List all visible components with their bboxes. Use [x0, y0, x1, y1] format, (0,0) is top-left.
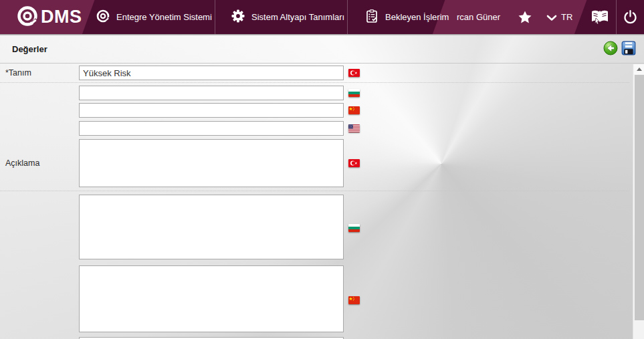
row-separator [0, 191, 629, 191]
aciklama-textarea-turkish[interactable] [79, 139, 344, 187]
bulgaria-flag-icon [348, 89, 360, 97]
save-button[interactable] [621, 41, 636, 58]
menu-item-bekleyen-islerim[interactable]: Bekleyen İşlerim [364, 0, 449, 34]
qdms-logo[interactable]: DMS [16, 0, 82, 34]
page-title: Değerler [12, 44, 47, 54]
bulgaria-flag-icon [348, 224, 360, 232]
user-name[interactable]: rcan Güner [457, 0, 500, 34]
qdms-logo-text: DMS [41, 7, 82, 27]
vertical-scrollbar[interactable] [633, 64, 644, 339]
china-flag-icon [348, 296, 360, 304]
aciklama-textarea-bulgarian[interactable] [79, 195, 344, 259]
open-book-icon[interactable] [590, 8, 610, 26]
scrollbar-thumb[interactable] [635, 75, 644, 320]
qdms-app: DMS Entegre Yönetim Sistemi [0, 0, 644, 339]
qdms-logo-icon [16, 5, 39, 30]
gear-icon [231, 9, 245, 25]
menu-item-label: Bekleyen İşlerim [385, 12, 449, 22]
language-selector[interactable]: TR [561, 0, 572, 34]
pending-tasks-icon [364, 9, 379, 25]
qdms-ring-icon [96, 9, 110, 25]
power-icon[interactable] [623, 9, 638, 25]
menu-divider [215, 0, 215, 34]
main-area: Değerler [0, 35, 644, 339]
star-icon[interactable] [518, 11, 532, 23]
usa-flag-icon [348, 124, 360, 132]
menu-item-label: Sistem Altyapı Tanımları [251, 12, 344, 22]
topbar-divider [616, 0, 617, 34]
topbar: DMS Entegre Yönetim Sistemi [0, 0, 644, 34]
tanim-input-turkish[interactable] [79, 66, 344, 80]
menu-item-sistem-altyapi-tanimlari[interactable]: Sistem Altyapı Tanımları [231, 0, 344, 34]
menu-item-label: Entegre Yönetim Sistemi [116, 12, 212, 22]
page-header: Değerler [0, 35, 644, 64]
menu-item-entegre-yonetim-sistemi[interactable]: Entegre Yönetim Sistemi [96, 0, 212, 34]
tanim-label: *Tanım [5, 68, 31, 78]
turkey-flag-icon [348, 159, 360, 167]
scrollbar-up-button[interactable] [634, 64, 644, 74]
tanim-input-chinese[interactable] [79, 103, 344, 118]
menu-divider [347, 0, 348, 34]
row-separator [0, 82, 629, 83]
chevron-down-icon[interactable] [546, 15, 557, 21]
values-form: *Tanım Açıklama [0, 64, 644, 339]
china-flag-icon [348, 106, 360, 114]
turkey-flag-icon [348, 69, 360, 77]
aciklama-label: Açıklama [5, 158, 39, 168]
aciklama-textarea-chinese[interactable] [79, 265, 344, 332]
tanim-input-english-us[interactable] [79, 121, 344, 136]
scrollbar-up-arrow-icon [637, 68, 642, 71]
back-button[interactable] [603, 41, 618, 58]
tanim-input-bulgarian[interactable] [79, 86, 344, 100]
